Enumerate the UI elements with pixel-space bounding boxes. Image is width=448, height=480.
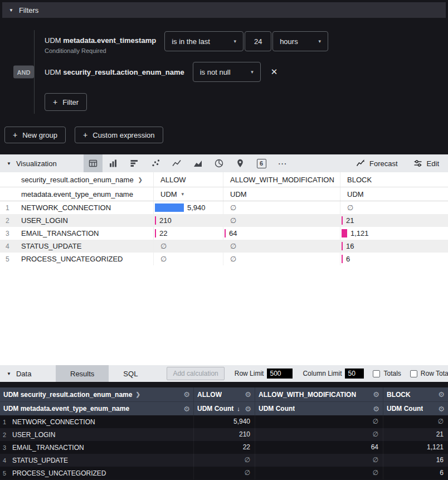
caret-down-icon[interactable]: ▼: [9, 8, 13, 13]
pivot-value-header[interactable]: BLOCK ⚙: [383, 387, 448, 401]
data-cell[interactable]: 21: [340, 214, 448, 227]
data-cell[interactable]: ∅: [340, 201, 448, 214]
filters-section-header[interactable]: ▼ Filters: [2, 2, 446, 18]
data-cell[interactable]: 6: [340, 253, 448, 265]
pivot-field-header[interactable]: security_result.action_enum_name ❯: [0, 172, 153, 187]
add-filter-button[interactable]: + Filter: [45, 93, 87, 111]
viz-type-table-icon[interactable]: [84, 154, 103, 172]
data-cell[interactable]: ∅: [223, 201, 340, 214]
row-field-header[interactable]: metadata.event_type_enum_name: [0, 187, 153, 201]
gear-icon[interactable]: ⚙: [438, 390, 445, 399]
pivot-value-header[interactable]: BLOCK: [340, 172, 448, 187]
tab-sql[interactable]: SQL: [109, 365, 152, 382]
pivot-value-header[interactable]: ALLOW: [153, 172, 223, 187]
row-label[interactable]: STATUS_UPDATE: [17, 242, 153, 250]
row-label[interactable]: STATUS_UPDATE: [10, 457, 193, 464]
gear-icon[interactable]: ⚙: [438, 405, 445, 413]
data-cell[interactable]: 64: [255, 441, 383, 454]
page: { "icons": { "caret_down": "▼", "dropdow…: [0, 0, 448, 480]
viz-type-single-value-icon[interactable]: 6: [251, 154, 272, 172]
measure-header[interactable]: UDM Count ⚙: [383, 402, 448, 415]
gear-icon[interactable]: ⚙: [245, 390, 251, 399]
viz-type-bar-chart-icon[interactable]: [103, 154, 124, 172]
data-cell[interactable]: 16: [383, 454, 448, 467]
row-limit-input[interactable]: [267, 369, 293, 379]
remove-filter-icon[interactable]: ✕: [271, 67, 278, 77]
pivot-value-label: ALLOW: [160, 176, 186, 184]
row-label[interactable]: EMAIL_TRANSACTION: [10, 444, 193, 452]
row-totals-checkbox[interactable]: [410, 370, 417, 377]
viz-type-map-icon[interactable]: [230, 154, 251, 172]
viz-type-line-chart-icon[interactable]: [166, 154, 187, 172]
viz-type-area-chart-icon[interactable]: [187, 154, 208, 172]
filter-value-input[interactable]: 24: [245, 31, 271, 51]
data-cell[interactable]: ∅: [255, 467, 383, 479]
dimension-header[interactable]: UDM security_result.action_enum_name ❯ ⚙: [0, 387, 193, 401]
data-cell[interactable]: ∅: [255, 454, 383, 467]
data-cell[interactable]: 64: [223, 227, 340, 240]
data-cell[interactable]: ∅: [223, 214, 340, 227]
data-cell[interactable]: 5,940: [193, 415, 255, 428]
data-cell[interactable]: ∅: [153, 240, 223, 253]
data-cell[interactable]: ∅: [255, 428, 383, 441]
table-row: 4STATUS_UPDATE∅∅16: [0, 454, 448, 467]
data-cell[interactable]: ∅: [223, 253, 340, 265]
measure-header[interactable]: UDM: [223, 187, 340, 201]
add-calculation-button[interactable]: Add calculation: [167, 367, 224, 380]
pivot-value-header[interactable]: ALLOW_WITH_MODIFICATION: [223, 172, 340, 187]
viz-type-scatter-icon[interactable]: [145, 154, 166, 172]
data-cell[interactable]: 5,940: [153, 201, 223, 214]
data-cell[interactable]: 16: [340, 240, 448, 253]
data-cell[interactable]: ∅: [193, 467, 255, 479]
totals-checkbox[interactable]: [373, 370, 380, 377]
row-label[interactable]: USER_LOGIN: [17, 216, 153, 225]
data-cell[interactable]: ∅: [153, 253, 223, 265]
data-cell[interactable]: 210: [153, 214, 223, 227]
new-group-button[interactable]: + New group: [4, 127, 66, 143]
data-cell[interactable]: 22: [153, 227, 223, 240]
tab-results[interactable]: Results: [56, 365, 109, 382]
gear-icon[interactable]: ⚙: [183, 390, 190, 399]
data-cell[interactable]: 22: [193, 441, 255, 454]
operator-select[interactable]: is not null ▾: [193, 62, 261, 82]
gear-icon[interactable]: ⚙: [373, 405, 379, 413]
measure-header[interactable]: UDM Count ⚙: [255, 402, 383, 415]
measure-header[interactable]: UDM ▾: [153, 187, 223, 201]
column-limit-input[interactable]: [345, 369, 364, 379]
pivot-value-header[interactable]: ALLOW_WITH_MODIFICATION ⚙: [255, 387, 383, 401]
visualization-section-toggle[interactable]: ▼ Visualization: [0, 159, 84, 168]
data-cell[interactable]: 1,121: [383, 441, 448, 454]
row-label[interactable]: NETWORK_CONNECTION: [10, 418, 193, 426]
row-label[interactable]: NETWORK_CONNECTION: [17, 203, 153, 212]
data-cell[interactable]: 1,121: [340, 227, 448, 240]
measure-header-sorted[interactable]: UDM Count ↓ ⚙: [193, 402, 255, 415]
row-label[interactable]: PROCESS_UNCATEGORIZED: [17, 255, 153, 263]
viz-type-more-options-icon[interactable]: ⋯: [272, 154, 293, 172]
data-cell[interactable]: 21: [383, 428, 448, 441]
operator-select[interactable]: is in the last ▾: [164, 31, 244, 51]
row-label[interactable]: PROCESS_UNCATEGORIZED: [10, 469, 193, 477]
pivot-value-header[interactable]: ALLOW ⚙: [193, 387, 255, 401]
data-section-toggle[interactable]: ▼ Data: [0, 370, 56, 378]
data-cell[interactable]: 6: [383, 467, 448, 479]
measure-header[interactable]: UDM: [340, 187, 448, 201]
data-cell[interactable]: ∅: [383, 415, 448, 428]
row-label[interactable]: USER_LOGIN: [10, 431, 193, 439]
edit-button[interactable]: Edit: [413, 159, 439, 168]
gear-icon[interactable]: ⚙: [245, 405, 251, 413]
viz-type-row-chart-icon[interactable]: [124, 154, 145, 172]
data-cell[interactable]: ∅: [193, 454, 255, 467]
row-number: 4: [0, 243, 17, 250]
data-cell[interactable]: 210: [193, 428, 255, 441]
row-field-header[interactable]: UDM metadata.event_type_enum_name ⚙: [0, 402, 193, 415]
gear-icon[interactable]: ⚙: [373, 390, 379, 399]
unit-select[interactable]: hours ▾: [272, 31, 328, 51]
data-cell[interactable]: ∅: [255, 415, 383, 428]
custom-expression-button[interactable]: + Custom expression: [75, 127, 163, 143]
gear-icon[interactable]: ⚙: [183, 405, 190, 413]
and-conjunction-badge[interactable]: AND: [13, 66, 34, 79]
data-cell[interactable]: ∅: [223, 240, 340, 253]
row-label[interactable]: EMAIL_TRANSACTION: [17, 229, 153, 237]
forecast-button[interactable]: Forecast: [356, 159, 398, 168]
viz-type-pie-chart-icon[interactable]: [208, 154, 230, 172]
